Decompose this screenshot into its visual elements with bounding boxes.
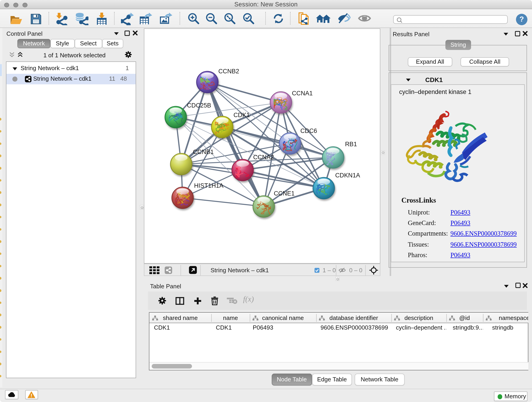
svg-text:CCNB2: CCNB2 (218, 68, 239, 75)
svg-text:HIST1H1A: HIST1H1A (194, 182, 223, 189)
svg-text:CCNE1: CCNE1 (274, 190, 295, 197)
svg-text:CCNA2: CCNA2 (253, 154, 274, 161)
svg-text:CDK1: CDK1 (234, 112, 250, 119)
svg-text:CDC6: CDC6 (300, 128, 317, 134)
svg-text:CCNA1: CCNA1 (292, 90, 313, 97)
svg-text:CDC25B: CDC25B (187, 102, 211, 109)
svg-text:CDKN1A: CDKN1A (335, 172, 360, 179)
svg-text:CCNB1: CCNB1 (193, 148, 214, 155)
svg-text:RB1: RB1 (345, 141, 357, 148)
